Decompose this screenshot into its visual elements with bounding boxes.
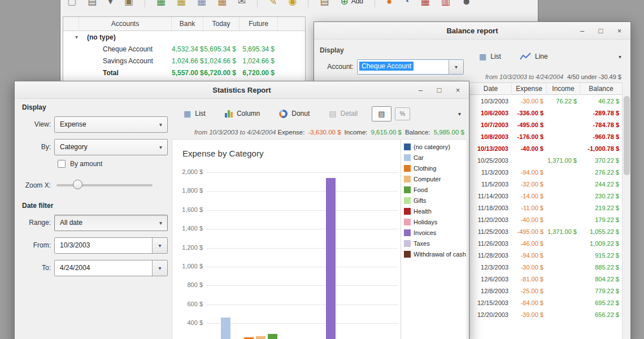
balance-more-dropdown[interactable]: ▾ [613, 50, 627, 63]
balance-row[interactable]: 12/20/2003-39.00 $656.22 $ [470, 308, 623, 320]
balance-cell-income: 1,371.00 $ [547, 157, 580, 164]
balance-row[interactable]: 11/20/2003-40.00 $179.22 $ [470, 214, 623, 225]
balance-row[interactable]: 10/7/2003-495.00 $-784.78 $ [470, 119, 623, 131]
toolbar-print-button[interactable]: ▤ [88, 0, 97, 6]
balance-row[interactable]: 12/6/2003-81.00 $804.22 $ [470, 273, 623, 285]
account-row[interactable]: Savings Account1,024.66 $1,024.66 $1,024… [63, 55, 305, 67]
balance-header-income[interactable]: Income [547, 83, 580, 95]
accounts-header-future[interactable]: Future [240, 17, 278, 31]
balance-row[interactable]: 12/15/2003-84.00 $695.22 $ [470, 297, 623, 308]
by-combobox[interactable]: Category ▾ [54, 139, 168, 155]
list-view-button[interactable]: ▦ List [177, 104, 212, 123]
accounts-header-today[interactable]: Today [203, 17, 240, 31]
toolbar-report-view-button[interactable]: ▦ [217, 0, 227, 6]
toolbar-calendar-button[interactable]: ▦ [421, 0, 430, 6]
balance-row[interactable]: 12/8/2003-25.00 $779.22 $ [470, 285, 623, 297]
legend-label: Car [414, 154, 424, 161]
chevron-down-icon[interactable]: ▾ [449, 60, 463, 74]
close-icon[interactable]: × [610, 24, 629, 38]
balance-row[interactable]: 10/25/20031,371.00 $370.22 $ [470, 154, 623, 166]
balance-row[interactable]: 10/13/2003-40.00 $-1,000.78 $ [470, 142, 623, 154]
from-date-field[interactable]: 10/3/2003 ▾ [54, 237, 168, 254]
zoom-x-slider-handle[interactable] [73, 180, 82, 189]
toolbar-new-document-button[interactable]: ▢ [67, 0, 76, 6]
balance-scrollbar-thumb[interactable] [624, 96, 630, 175]
balance-row[interactable]: 11/28/2003-94.00 $915.22 $ [470, 249, 623, 261]
expander-icon[interactable]: ▾ [63, 34, 79, 40]
balance-row[interactable]: 11/18/2003-11.00 $219.22 $ [470, 202, 623, 214]
toolbar-accounts-view-button[interactable]: ▦ [177, 0, 186, 6]
toolbar-operations-view-button[interactable]: ▦ [156, 0, 166, 6]
stats-titlebar[interactable]: Statistics Report – □ × [15, 81, 469, 99]
account-future-value: 6,720.00 $ [240, 69, 278, 77]
balance-header-expense[interactable]: Expense [512, 83, 547, 95]
bar-car[interactable] [221, 318, 230, 339]
to-date-field[interactable]: 4/24/2004 ▾ [54, 260, 168, 276]
toolbar-history-button[interactable]: ◔ [403, 0, 409, 6]
accounts-total-row[interactable]: Total5,557.00 $6,720.00 $6,720.00 $ [63, 67, 305, 79]
view-combobox[interactable]: Expense ▾ [54, 116, 168, 133]
balance-row[interactable]: 12/3/2003-30.00 $885.22 $ [470, 261, 623, 273]
toolbar-add-operation-button[interactable]: ⊕Add [340, 0, 363, 6]
toolbar-about-button[interactable]: ☻ [462, 0, 472, 6]
maximize-icon[interactable]: □ [591, 24, 610, 38]
toolbar-print-options-button[interactable]: ▾ [108, 0, 113, 6]
column-view-button[interactable]: Column [219, 104, 266, 123]
legend-item: Invoices [404, 227, 467, 238]
balance-cell-income: 1,371.00 $ [547, 228, 580, 235]
toolbar-edit-button[interactable]: ✎ [269, 0, 277, 6]
balance-row[interactable]: 11/14/2003-14.00 $230.22 $ [470, 190, 623, 202]
percent-button[interactable]: % [395, 107, 411, 120]
toolbar-scheduled-orange-button[interactable]: ● [386, 0, 392, 6]
bar-food[interactable] [268, 334, 277, 339]
by-amount-checkbox[interactable] [58, 160, 66, 168]
close-icon[interactable]: × [449, 83, 467, 97]
account-combobox[interactable]: Cheque Account ▾ [357, 59, 464, 75]
chart-options-dropdown[interactable]: ▾ [452, 108, 467, 120]
range-combobox[interactable]: All date ▾ [54, 215, 168, 231]
balance-row[interactable]: 10/6/2003-336.00 $-289.78 $ [470, 107, 623, 119]
chart-title: Expense by Category [182, 149, 263, 158]
balance-titlebar[interactable]: Balance report – □ × [314, 22, 630, 40]
balance-cell-expense: -40.00 $ [512, 216, 547, 223]
minimize-icon[interactable]: – [573, 24, 591, 38]
toolbar-mail-button[interactable]: ✉ [238, 0, 246, 6]
bar-computer[interactable] [256, 336, 266, 339]
toolbar-scheduled-view-button[interactable]: ▦ [197, 0, 206, 6]
bullet-list-icon: ▤ [378, 110, 385, 118]
report-view-icon: ▦ [217, 0, 227, 6]
detail-button[interactable]: ▤ Detail [323, 104, 364, 123]
balance-list-view-button[interactable]: ▦ List [479, 48, 501, 65]
balance-row[interactable]: 10/3/2003-30.00 $76.22 $46.22 $ [470, 95, 623, 107]
accounts-group-row[interactable]: ▾(no type) [63, 31, 305, 43]
toolbar-notes-button[interactable]: ▥ [441, 0, 450, 6]
chevron-down-icon[interactable]: ▾ [152, 260, 167, 276]
balance-row[interactable]: 11/3/2003-94.00 $276.22 $ [470, 166, 623, 178]
legend-label: Withdrawal of cash [414, 251, 466, 258]
chevron-down-icon[interactable]: ▾ [152, 238, 167, 253]
maximize-icon[interactable]: □ [430, 83, 449, 97]
minimize-icon[interactable]: – [411, 83, 430, 97]
table-grid-icon: ▦ [479, 53, 486, 60]
accounts-header-bank[interactable]: Bank [172, 17, 203, 31]
zoom-x-slider-track[interactable] [56, 184, 153, 186]
balance-line-view-button[interactable]: Line [520, 48, 548, 65]
account-row[interactable]: Cheque Account4,532.34 $5,695.34 $5,695.… [63, 43, 305, 55]
balance-row[interactable]: 11/26/2003-46.00 $1,009.22 $ [470, 237, 623, 249]
balance-header-date[interactable]: Date [470, 83, 512, 95]
toolbar-copy-button[interactable]: ▣ [124, 0, 133, 6]
balance-header-balance[interactable]: Balance [580, 83, 623, 95]
balance-row[interactable]: 10/8/2003-176.00 $-960.78 $ [470, 131, 623, 142]
toolbar-ledger-button[interactable]: ▤ [320, 0, 329, 6]
line-chart-icon [520, 53, 531, 60]
balance-scrollbar[interactable] [622, 82, 630, 339]
donut-view-button[interactable]: Donut [273, 104, 316, 123]
chart-gridline [206, 285, 398, 286]
accounts-header-accounts[interactable]: Accounts [79, 17, 172, 31]
balance-row[interactable]: 11/25/2003-495.00 $1,371.00 $1,055.22 $ [470, 225, 623, 237]
list-style-toggle-button[interactable]: ▤ [372, 106, 391, 121]
balance-row[interactable]: 11/5/2003-32.00 $244.22 $ [470, 178, 623, 190]
bar-invoices[interactable] [326, 178, 336, 339]
toolbar-currencies-button[interactable]: ◉ [288, 0, 297, 6]
account-bank-value: 5,557.00 $ [172, 69, 203, 77]
